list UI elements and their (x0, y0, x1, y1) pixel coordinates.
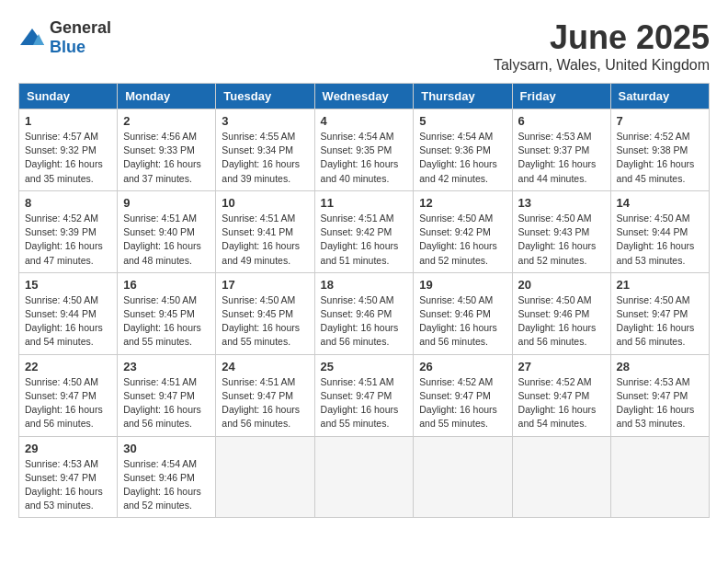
day-info: Sunrise: 4:50 AMSunset: 9:44 PMDaylight:… (25, 293, 111, 350)
day-info: Sunrise: 4:56 AMSunset: 9:33 PMDaylight:… (123, 130, 210, 186)
day-number: 27 (518, 360, 605, 373)
table-row: 18Sunrise: 4:50 AMSunset: 9:46 PMDayligh… (314, 272, 414, 354)
day-info: Sunrise: 4:51 AMSunset: 9:47 PMDaylight:… (321, 375, 408, 431)
day-number: 17 (222, 278, 308, 292)
table-row: 20Sunrise: 4:50 AMSunset: 9:46 PMDayligh… (512, 272, 610, 354)
day-info: Sunrise: 4:54 AMSunset: 9:35 PMDaylight:… (321, 130, 408, 186)
day-number: 18 (321, 278, 408, 292)
day-info: Sunrise: 4:52 AMSunset: 9:47 PMDaylight:… (518, 375, 605, 431)
day-number: 14 (617, 196, 703, 210)
day-number: 6 (518, 114, 605, 128)
table-row: 22Sunrise: 4:50 AMSunset: 9:47 PMDayligh… (19, 354, 118, 436)
day-info: Sunrise: 4:50 AMSunset: 9:47 PMDaylight:… (617, 293, 703, 350)
table-row: 2Sunrise: 4:56 AMSunset: 9:33 PMDaylight… (118, 109, 216, 191)
col-friday: Friday (512, 84, 610, 109)
title-block: June 2025 Talysarn, Wales, United Kingdo… (494, 18, 710, 74)
day-number: 1 (25, 114, 111, 128)
table-row (414, 436, 512, 518)
day-info: Sunrise: 4:50 AMSunset: 9:43 PMDaylight:… (518, 212, 605, 268)
table-row: 9Sunrise: 4:51 AMSunset: 9:40 PMDaylight… (118, 190, 216, 272)
day-info: Sunrise: 4:50 AMSunset: 9:46 PMDaylight:… (419, 293, 506, 350)
day-info: Sunrise: 4:50 AMSunset: 9:47 PMDaylight:… (25, 375, 111, 431)
day-info: Sunrise: 4:50 AMSunset: 9:45 PMDaylight:… (123, 293, 210, 350)
col-monday: Monday (118, 84, 216, 109)
day-number: 26 (419, 360, 506, 373)
day-info: Sunrise: 4:51 AMSunset: 9:41 PMDaylight:… (222, 212, 308, 268)
day-info: Sunrise: 4:51 AMSunset: 9:47 PMDaylight:… (222, 375, 308, 431)
day-info: Sunrise: 4:53 AMSunset: 9:47 PMDaylight:… (617, 375, 703, 431)
table-row: 12Sunrise: 4:50 AMSunset: 9:42 PMDayligh… (414, 190, 512, 272)
table-row (216, 436, 314, 518)
day-number: 24 (222, 360, 308, 373)
table-row (610, 436, 709, 518)
day-number: 9 (123, 196, 210, 210)
day-info: Sunrise: 4:53 AMSunset: 9:47 PMDaylight:… (25, 457, 111, 513)
day-number: 23 (123, 360, 210, 373)
day-info: Sunrise: 4:51 AMSunset: 9:40 PMDaylight:… (123, 212, 210, 268)
day-info: Sunrise: 4:52 AMSunset: 9:39 PMDaylight:… (25, 212, 111, 268)
day-number: 4 (321, 114, 408, 128)
day-info: Sunrise: 4:50 AMSunset: 9:44 PMDaylight:… (617, 212, 703, 268)
table-row: 7Sunrise: 4:52 AMSunset: 9:38 PMDaylight… (610, 109, 709, 191)
day-number: 19 (419, 278, 506, 292)
day-number: 29 (25, 442, 111, 455)
day-number: 25 (321, 360, 408, 373)
day-info: Sunrise: 4:50 AMSunset: 9:42 PMDaylight:… (419, 212, 506, 268)
table-row (314, 436, 414, 518)
logo: General Blue (18, 18, 111, 57)
table-row: 4Sunrise: 4:54 AMSunset: 9:35 PMDaylight… (314, 109, 414, 191)
table-row: 24Sunrise: 4:51 AMSunset: 9:47 PMDayligh… (216, 354, 314, 436)
col-sunday: Sunday (19, 84, 118, 109)
logo-text-general: General (50, 18, 111, 37)
day-number: 28 (617, 360, 703, 373)
col-tuesday: Tuesday (216, 84, 314, 109)
main-title: June 2025 (494, 18, 710, 57)
table-row: 27Sunrise: 4:52 AMSunset: 9:47 PMDayligh… (512, 354, 610, 436)
day-info: Sunrise: 4:54 AMSunset: 9:46 PMDaylight:… (123, 457, 210, 513)
day-info: Sunrise: 4:52 AMSunset: 9:47 PMDaylight:… (419, 375, 506, 431)
table-row: 19Sunrise: 4:50 AMSunset: 9:46 PMDayligh… (414, 272, 512, 354)
day-number: 12 (419, 196, 506, 210)
day-info: Sunrise: 4:53 AMSunset: 9:37 PMDaylight:… (518, 130, 605, 186)
day-number: 11 (321, 196, 408, 210)
day-info: Sunrise: 4:52 AMSunset: 9:38 PMDaylight:… (617, 130, 703, 186)
table-row: 15Sunrise: 4:50 AMSunset: 9:44 PMDayligh… (19, 272, 118, 354)
day-number: 2 (123, 114, 210, 128)
table-row: 14Sunrise: 4:50 AMSunset: 9:44 PMDayligh… (610, 190, 709, 272)
page-header: General Blue June 2025 Talysarn, Wales, … (18, 18, 710, 74)
day-info: Sunrise: 4:54 AMSunset: 9:36 PMDaylight:… (419, 130, 506, 186)
day-number: 30 (123, 442, 210, 455)
day-info: Sunrise: 4:51 AMSunset: 9:47 PMDaylight:… (123, 375, 210, 431)
table-row: 25Sunrise: 4:51 AMSunset: 9:47 PMDayligh… (314, 354, 414, 436)
day-number: 20 (518, 278, 605, 292)
subtitle: Talysarn, Wales, United Kingdom (494, 57, 710, 74)
day-number: 10 (222, 196, 308, 210)
table-row: 11Sunrise: 4:51 AMSunset: 9:42 PMDayligh… (314, 190, 414, 272)
day-info: Sunrise: 4:51 AMSunset: 9:42 PMDaylight:… (321, 212, 408, 268)
calendar-week-row: 22Sunrise: 4:50 AMSunset: 9:47 PMDayligh… (19, 354, 710, 436)
col-thursday: Thursday (414, 84, 512, 109)
table-row: 23Sunrise: 4:51 AMSunset: 9:47 PMDayligh… (118, 354, 216, 436)
table-row: 10Sunrise: 4:51 AMSunset: 9:41 PMDayligh… (216, 190, 314, 272)
day-info: Sunrise: 4:57 AMSunset: 9:32 PMDaylight:… (25, 130, 111, 186)
table-row: 16Sunrise: 4:50 AMSunset: 9:45 PMDayligh… (118, 272, 216, 354)
day-number: 22 (25, 360, 111, 373)
day-number: 16 (123, 278, 210, 292)
logo-text-blue: Blue (50, 38, 85, 56)
calendar-week-row: 15Sunrise: 4:50 AMSunset: 9:44 PMDayligh… (19, 272, 710, 354)
table-row: 26Sunrise: 4:52 AMSunset: 9:47 PMDayligh… (414, 354, 512, 436)
table-row: 13Sunrise: 4:50 AMSunset: 9:43 PMDayligh… (512, 190, 610, 272)
col-saturday: Saturday (610, 84, 709, 109)
calendar-week-row: 1Sunrise: 4:57 AMSunset: 9:32 PMDaylight… (19, 109, 710, 191)
day-number: 5 (419, 114, 506, 128)
calendar-week-row: 29Sunrise: 4:53 AMSunset: 9:47 PMDayligh… (19, 436, 710, 518)
day-info: Sunrise: 4:50 AMSunset: 9:46 PMDaylight:… (518, 293, 605, 350)
calendar-table: Sunday Monday Tuesday Wednesday Thursday… (18, 83, 710, 518)
table-row: 17Sunrise: 4:50 AMSunset: 9:45 PMDayligh… (216, 272, 314, 354)
day-number: 8 (25, 196, 111, 210)
table-row (512, 436, 610, 518)
day-info: Sunrise: 4:50 AMSunset: 9:45 PMDaylight:… (222, 293, 308, 350)
table-row: 8Sunrise: 4:52 AMSunset: 9:39 PMDaylight… (19, 190, 118, 272)
logo-icon (18, 27, 46, 49)
table-row: 5Sunrise: 4:54 AMSunset: 9:36 PMDaylight… (414, 109, 512, 191)
